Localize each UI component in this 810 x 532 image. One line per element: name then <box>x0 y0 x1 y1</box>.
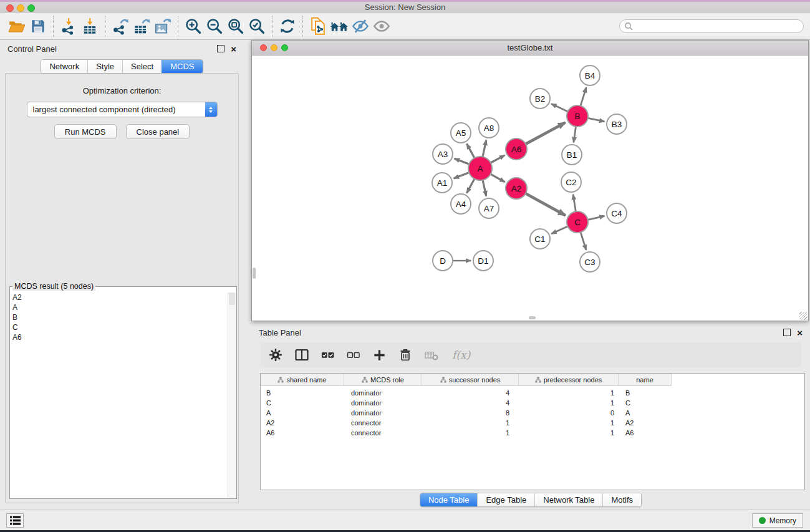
graph-node-B3[interactable]: B3 <box>607 114 627 134</box>
graph-edge-A6-B[interactable] <box>525 122 566 144</box>
graph-node-A3[interactable]: A3 <box>433 144 453 164</box>
delete-column-icon[interactable] <box>398 347 412 363</box>
close-panel-button[interactable]: Close panel <box>126 124 190 139</box>
show-all-icon[interactable] <box>371 16 392 37</box>
vertical-scroll-thumb[interactable] <box>253 268 256 279</box>
float-table-panel-icon[interactable] <box>783 329 791 336</box>
cell-mcds-role[interactable]: dominator <box>344 389 422 397</box>
graph-node-B4[interactable]: B4 <box>580 65 600 85</box>
cell-mcds-role[interactable]: connector <box>344 429 422 437</box>
table-row[interactable]: A6connector11A6 <box>261 428 804 438</box>
cell-predecessor-nodes[interactable]: 1 <box>519 419 619 427</box>
graph-node-C1[interactable]: C1 <box>530 229 550 249</box>
tab-select[interactable]: Select <box>122 60 162 73</box>
search-box[interactable] <box>619 19 804 33</box>
memory-button[interactable]: Memory <box>752 513 803 528</box>
cell-predecessor-nodes[interactable]: 1 <box>519 399 619 407</box>
graph-edge-A-A3[interactable] <box>455 158 470 164</box>
result-scrollbar[interactable] <box>228 293 236 498</box>
column-header-predecessor-nodes[interactable]: predecessor nodes <box>519 374 619 386</box>
cell-shared-name[interactable]: B <box>261 389 344 397</box>
zoom-out-icon[interactable] <box>204 16 225 37</box>
graph-node-A1[interactable]: A1 <box>432 173 452 193</box>
graph-edge-C-C3[interactable] <box>581 231 586 250</box>
graph-node-D[interactable]: D <box>433 251 453 271</box>
cell-name[interactable]: B <box>619 389 672 397</box>
graph-edge-C-C2[interactable] <box>573 195 576 212</box>
network-window-titlebar[interactable]: testGlobe.txt <box>252 41 808 56</box>
tab-node-table[interactable]: Node Table <box>420 493 478 506</box>
run-mcds-button[interactable]: Run MCDS <box>54 124 117 139</box>
graph-node-A7[interactable]: A7 <box>479 198 499 218</box>
cell-predecessor-nodes[interactable]: 0 <box>519 409 619 417</box>
open-session-icon[interactable] <box>6 16 27 37</box>
network-canvas[interactable]: B4B2BB3A8A5A6A3B1AA1C2A2A4A7C4CC1DD1C3 <box>252 56 808 321</box>
cell-name[interactable]: A2 <box>619 419 672 427</box>
graph-edge-B-B4[interactable] <box>581 87 586 107</box>
zoom-fit-icon[interactable] <box>225 16 246 37</box>
cell-name[interactable]: A6 <box>619 429 672 437</box>
search-input[interactable] <box>633 21 799 31</box>
graph-edge-A-A6[interactable] <box>490 155 505 163</box>
graph-edge-C-C4[interactable] <box>587 216 605 220</box>
zoom-selected-icon[interactable] <box>246 16 268 37</box>
float-panel-icon[interactable] <box>217 45 224 52</box>
graph-node-A5[interactable]: A5 <box>451 123 471 143</box>
graph-node-B1[interactable]: B1 <box>562 145 582 165</box>
tab-network[interactable]: Network <box>41 60 87 73</box>
table-row[interactable]: Adominator80A <box>261 408 804 418</box>
cell-successor-nodes[interactable]: 1 <box>422 429 519 437</box>
cell-mcds-role[interactable]: dominator <box>344 409 422 417</box>
graph-edge-A-A8[interactable] <box>483 140 486 158</box>
graph-edge-B-B3[interactable] <box>587 118 605 122</box>
column-header-name[interactable]: name <box>619 374 672 386</box>
add-column-icon[interactable] <box>372 347 387 363</box>
cell-name[interactable]: C <box>619 399 672 407</box>
column-header-successor-nodes[interactable]: successor nodes <box>422 374 519 386</box>
graph-node-B2[interactable]: B2 <box>530 89 550 109</box>
graph-node-A2[interactable]: A2 <box>506 178 527 199</box>
graph-edge-C-C1[interactable] <box>551 226 568 234</box>
cell-successor-nodes[interactable]: 4 <box>422 389 519 397</box>
table-row[interactable]: A2connector11A2 <box>261 418 804 428</box>
export-image-icon[interactable] <box>152 16 173 37</box>
mcds-result-list[interactable]: A2ABCA6 <box>11 293 228 498</box>
save-session-icon[interactable] <box>27 16 49 37</box>
horizontal-scroll-thumb[interactable] <box>529 316 536 319</box>
cell-shared-name[interactable]: A6 <box>261 429 344 437</box>
graph-node-D1[interactable]: D1 <box>473 251 493 271</box>
import-table-icon[interactable] <box>79 16 100 37</box>
graph-edge-B-B1[interactable] <box>574 126 576 142</box>
graph-node-B[interactable]: B <box>567 105 588 127</box>
cell-predecessor-nodes[interactable]: 1 <box>519 429 619 437</box>
graph-edge-A-A5[interactable] <box>467 144 475 159</box>
column-header-shared-name[interactable]: shared name <box>261 374 344 386</box>
cell-name[interactable]: A <box>619 409 672 417</box>
cell-shared-name[interactable]: C <box>261 399 344 407</box>
close-table-panel-icon[interactable]: × <box>797 328 803 337</box>
close-panel-icon[interactable]: × <box>231 44 236 54</box>
graph-node-A[interactable]: A <box>468 157 492 180</box>
deselect-all-icon[interactable] <box>347 347 360 363</box>
cell-predecessor-nodes[interactable]: 1 <box>519 389 619 397</box>
tab-style[interactable]: Style <box>87 60 122 73</box>
hide-selected-icon[interactable] <box>350 16 371 37</box>
graph-edge-A-A7[interactable] <box>483 180 486 196</box>
graph-edge-A-A1[interactable] <box>454 172 470 178</box>
cell-successor-nodes[interactable]: 4 <box>422 399 519 407</box>
optimization-criterion-select[interactable]: largest connected component (directed) <box>27 102 218 117</box>
table-row[interactable]: Cdominator41C <box>261 398 804 408</box>
cell-successor-nodes[interactable]: 8 <box>422 409 519 417</box>
tab-motifs[interactable]: Motifs <box>602 493 641 506</box>
mcds-result-item[interactable]: A2 <box>12 293 228 302</box>
cell-shared-name[interactable]: A <box>261 409 344 417</box>
graph-edge-A2-C[interactable] <box>525 193 566 216</box>
mcds-result-item[interactable]: A6 <box>12 332 228 342</box>
cell-mcds-role[interactable]: connector <box>344 419 422 427</box>
graph-node-C3[interactable]: C3 <box>580 252 600 272</box>
export-table-icon[interactable] <box>131 16 152 37</box>
tab-mcds[interactable]: MCDS <box>162 60 202 73</box>
tab-network-table[interactable]: Network Table <box>534 493 602 506</box>
graph-node-C4[interactable]: C4 <box>607 203 627 223</box>
mcds-result-item[interactable]: A <box>12 302 228 312</box>
